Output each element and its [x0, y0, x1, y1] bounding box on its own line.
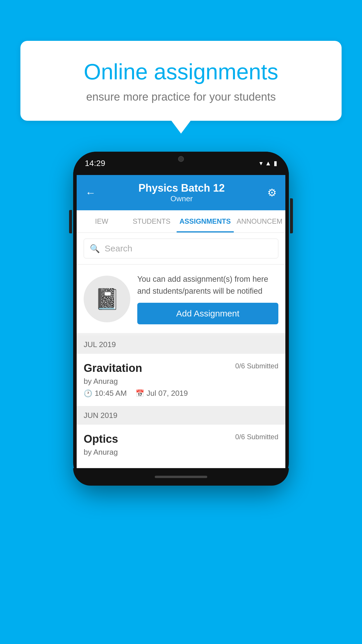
add-assignment-button[interactable]: Add Assignment: [137, 303, 278, 324]
search-input-wrap[interactable]: 🔍 Search: [84, 239, 278, 258]
tab-iew[interactable]: IEW: [77, 210, 126, 232]
notebook-icon: 📓: [94, 287, 120, 311]
phone-time: 14:29: [85, 159, 105, 168]
assignment-name-gravitation: Gravitation: [84, 362, 142, 374]
speech-bubble: Online assignments ensure more practice …: [20, 41, 342, 121]
assignment-name-optics: Optics: [84, 433, 118, 445]
phone-camera: [178, 156, 184, 162]
assignment-author-gravitation: by Anurag: [84, 377, 278, 386]
tab-students[interactable]: STUDENTS: [126, 210, 176, 232]
tab-assignments[interactable]: ASSIGNMENTS: [177, 210, 234, 232]
phone-top-bar: 14:29 ▾ ▲ ▮: [73, 152, 289, 175]
tabs-bar: IEW STUDENTS ASSIGNMENTS ANNOUNCEM: [77, 210, 285, 233]
assignment-author-optics: by Anurag: [84, 448, 278, 457]
assignment-top: Gravitation 0/6 Submitted: [84, 362, 278, 374]
phone-side-button-right: [290, 198, 293, 233]
clock-icon: 🕐: [84, 389, 92, 398]
assignment-top-optics: Optics 0/6 Submitted: [84, 433, 278, 445]
back-button[interactable]: ←: [85, 187, 96, 199]
assignment-meta-gravitation: 🕐 10:45 AM 📅 Jul 07, 2019: [84, 389, 278, 398]
battery-icon: ▮: [274, 160, 277, 167]
add-assignment-description: You can add assignment(s) from here and …: [137, 273, 278, 297]
tab-announcements[interactable]: ANNOUNCEM: [234, 210, 285, 232]
wifi-icon: ▾: [259, 160, 263, 167]
speech-bubble-container: Online assignments ensure more practice …: [20, 41, 342, 121]
assignment-item-optics[interactable]: Optics 0/6 Submitted by Anurag: [77, 425, 285, 468]
phone-notch: [164, 152, 198, 166]
search-icon: 🔍: [90, 244, 100, 253]
phone-container: 14:29 ▾ ▲ ▮ ← Physics Batch 12 Owner ⚙: [73, 152, 289, 486]
phone-bottom-bar: [73, 468, 289, 486]
settings-button[interactable]: ⚙: [267, 187, 277, 199]
month-separator-jun: JUN 2019: [77, 406, 285, 425]
home-indicator: [155, 476, 207, 478]
header-center: Physics Batch 12 Owner: [138, 182, 225, 203]
add-assignment-card: 📓 You can add assignment(s) from here an…: [77, 265, 285, 335]
header-subtitle: Owner: [138, 194, 225, 203]
calendar-icon: 📅: [136, 389, 144, 398]
signal-icon: ▲: [265, 160, 271, 167]
assignment-icon-circle: 📓: [84, 276, 130, 322]
phone-side-button-left: [69, 210, 72, 233]
status-icons: ▾ ▲ ▮: [259, 160, 277, 167]
assignment-date-gravitation: 📅 Jul 07, 2019: [136, 389, 188, 398]
header-title: Physics Batch 12: [138, 182, 225, 194]
assignment-submitted-optics: 0/6 Submitted: [235, 433, 278, 441]
assignment-submitted-gravitation: 0/6 Submitted: [235, 362, 278, 370]
phone-screen: ← Physics Batch 12 Owner ⚙ IEW STUDENTS …: [77, 175, 285, 468]
search-container: 🔍 Search: [77, 233, 285, 265]
app-header: ← Physics Batch 12 Owner ⚙: [77, 175, 285, 210]
assignment-item-gravitation[interactable]: Gravitation 0/6 Submitted by Anurag 🕐 10…: [77, 354, 285, 406]
assignment-time-gravitation: 🕐 10:45 AM: [84, 389, 127, 398]
bubble-subtitle: ensure more practice for your students: [41, 91, 321, 103]
phone-frame: 14:29 ▾ ▲ ▮ ← Physics Batch 12 Owner ⚙: [73, 152, 289, 486]
search-placeholder: Search: [105, 244, 132, 253]
add-assignment-content: You can add assignment(s) from here and …: [137, 273, 278, 324]
month-separator-jul: JUL 2019: [77, 335, 285, 354]
bubble-title: Online assignments: [41, 58, 321, 85]
